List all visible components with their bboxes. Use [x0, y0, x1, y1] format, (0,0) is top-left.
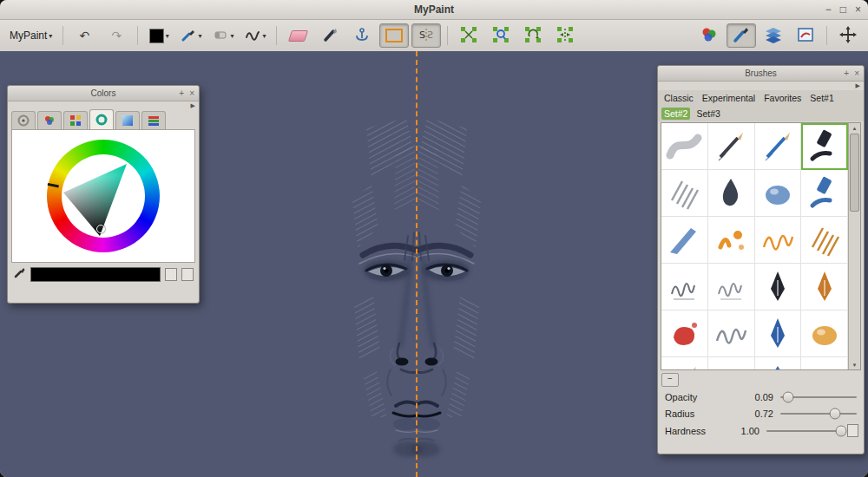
brush-thumbnail[interactable]	[755, 170, 802, 217]
brush-thumbnail[interactable]	[708, 123, 755, 170]
brush-thumbnail[interactable]	[801, 310, 848, 357]
colors-tab-palette[interactable]	[63, 111, 88, 129]
colors-tab-gradient[interactable]	[115, 111, 140, 129]
brushes-window-titlebar[interactable]: Brushes + ×	[658, 66, 864, 82]
brush-thumbnail[interactable]	[801, 170, 848, 217]
brush-thumbnail[interactable]	[661, 357, 708, 370]
app-window: MyPaint − □ × MyPaint ▾ ↶ ↷ ▾ ▾ ▾	[0, 0, 868, 477]
brush-tab-set2[interactable]: Set#2	[661, 108, 690, 120]
hsv-wheel-area[interactable]	[11, 129, 195, 263]
hardness-stepper[interactable]	[847, 424, 858, 437]
svg-text:S: S	[419, 29, 425, 41]
add-to-palette-icon[interactable]	[165, 268, 177, 281]
brush-thumbnail[interactable]	[755, 310, 802, 357]
brushes-window-toggle[interactable]	[727, 23, 756, 48]
eyedropper-icon[interactable]	[13, 266, 26, 283]
layers-icon	[764, 26, 783, 46]
close-panel-button[interactable]: ×	[189, 89, 194, 98]
brush-tab-set1[interactable]: Set#1	[807, 92, 836, 104]
layers-window-toggle[interactable]	[759, 23, 788, 48]
brush-thumbnail[interactable]	[801, 264, 848, 310]
current-color-swatch	[149, 29, 164, 43]
brush-thumbnail[interactable]	[801, 217, 848, 264]
current-color-bar[interactable]	[30, 267, 161, 282]
pan-tool-button[interactable]	[833, 23, 863, 48]
symmetry-axis-line[interactable]	[416, 51, 418, 477]
colors-tab-rgb[interactable]	[37, 111, 62, 129]
radius-slider[interactable]	[779, 408, 858, 420]
anchor-icon	[354, 27, 370, 45]
frame-tool-button[interactable]	[379, 23, 409, 48]
scroll-up-button[interactable]: ▲	[849, 123, 860, 133]
close-button[interactable]: ×	[855, 4, 861, 15]
maximize-button[interactable]: □	[840, 4, 846, 15]
brush-thumbnail[interactable]	[708, 217, 755, 264]
brush-thumbnail[interactable]	[801, 123, 848, 170]
sv-selector[interactable]	[96, 225, 105, 233]
color-swatch-button[interactable]: ▾	[144, 23, 174, 48]
brush-thumbnail[interactable]	[708, 264, 755, 310]
slider-handle[interactable]	[829, 408, 840, 420]
scrollbar-thumb[interactable]	[850, 134, 859, 212]
brush-tab-classic[interactable]: Classic	[661, 92, 696, 104]
undo-button[interactable]: ↶	[69, 23, 99, 48]
brush-thumbnail[interactable]	[661, 123, 708, 170]
brush-tab-set3[interactable]: Set#3	[694, 108, 722, 120]
brush-thumbnail[interactable]	[708, 310, 755, 357]
scratchpad-window-toggle[interactable]	[791, 23, 820, 48]
line-mode-button[interactable]: ▾	[240, 23, 270, 48]
slider-handle[interactable]	[836, 425, 847, 436]
color-details-icon[interactable]	[181, 268, 194, 281]
main-menu-button[interactable]: MyPaint ▾	[5, 23, 56, 48]
chevron-down-icon: ▾	[49, 32, 52, 40]
eraser-tool-button[interactable]	[283, 23, 312, 48]
brush-grid	[661, 123, 848, 369]
sv-triangle[interactable]	[47, 140, 160, 252]
brush-thumbnail[interactable]	[801, 357, 848, 370]
eraser-mode-button[interactable]: ▾	[208, 23, 238, 48]
colors-tab-ring[interactable]	[89, 109, 114, 129]
scroll-down-button[interactable]: ▼	[849, 360, 860, 369]
symmetry-tool-button[interactable]: SS	[411, 23, 441, 48]
colors-tab-sliders[interactable]	[141, 111, 166, 129]
colors-window-toggle[interactable]	[694, 23, 724, 48]
brush-tab-favorites[interactable]: Favorites	[761, 92, 804, 104]
brush-grid-scrollbar[interactable]: ▲ ▼	[848, 123, 860, 369]
brushes-panel-menu-button[interactable]: ▶	[658, 82, 864, 90]
chevron-down-icon: ▾	[230, 32, 233, 40]
brush-tab-experimental[interactable]: Experimental	[700, 92, 758, 104]
symmetry-icon: SS	[418, 27, 435, 45]
opacity-slider[interactable]	[779, 391, 858, 403]
brush-thumbnail[interactable]	[661, 217, 708, 264]
brush-thumbnail[interactable]	[661, 264, 708, 310]
hardness-slider[interactable]	[765, 425, 845, 437]
color-picker-tool-button[interactable]	[315, 23, 345, 48]
view-rotate-button[interactable]	[518, 23, 548, 48]
collapse-settings-button[interactable]: −	[661, 373, 679, 387]
brush-thumbnail[interactable]	[661, 310, 708, 357]
view-pan-button[interactable]	[454, 23, 483, 48]
lock-alpha-tool-button[interactable]	[347, 23, 377, 48]
close-panel-button[interactable]: ×	[854, 69, 859, 78]
opacity-value: 0.09	[744, 392, 779, 402]
brush-selector-button[interactable]: ▾	[176, 23, 206, 48]
slider-handle[interactable]	[783, 392, 794, 403]
colors-window-titlebar[interactable]: Colors + ×	[8, 86, 199, 101]
detach-button[interactable]: +	[844, 69, 849, 78]
view-zoom-button[interactable]	[486, 23, 516, 48]
brush-thumbnail[interactable]	[755, 123, 802, 170]
view-mirror-button[interactable]	[550, 23, 580, 48]
redo-button[interactable]: ↷	[102, 23, 131, 48]
colors-tab-wheel[interactable]	[11, 111, 36, 129]
colors-window-title: Colors	[91, 88, 116, 98]
brush-thumbnail[interactable]	[661, 170, 708, 217]
colors-tabs	[8, 110, 199, 129]
brush-thumbnail[interactable]	[708, 170, 755, 217]
brush-thumbnail[interactable]	[755, 217, 802, 264]
detach-button[interactable]: +	[179, 89, 184, 98]
color-balls-icon	[700, 26, 719, 46]
brush-thumbnail[interactable]	[708, 357, 755, 370]
brush-thumbnail[interactable]	[755, 264, 802, 310]
minimize-button[interactable]: −	[825, 4, 832, 15]
brush-thumbnail[interactable]	[755, 357, 802, 370]
